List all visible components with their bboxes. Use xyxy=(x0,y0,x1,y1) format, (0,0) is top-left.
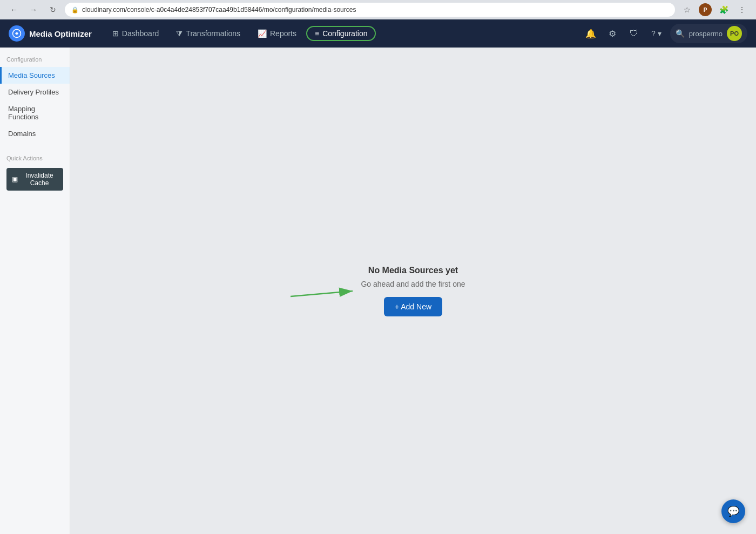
nav-item-configuration[interactable]: ≡ Configuration xyxy=(306,26,376,41)
user-avatar[interactable]: PO xyxy=(727,26,742,41)
empty-state-subtitle: Go ahead and add the first one xyxy=(361,280,465,288)
content-area: No Media Sources yet Go ahead and add th… xyxy=(70,48,756,534)
lock-icon: 🔒 xyxy=(71,6,79,13)
help-chevron: ▾ xyxy=(658,29,662,38)
sidebar: Configuration Media Sources Delivery Pro… xyxy=(0,48,70,534)
nav-right: 🔔 ⚙ 🛡 ? ▾ 🔍 prospermo PO xyxy=(582,24,747,43)
brand: Media Optimizer xyxy=(9,25,92,42)
sidebar-section-label: Configuration xyxy=(0,56,70,67)
main-layout: Configuration Media Sources Delivery Pro… xyxy=(0,48,756,534)
top-nav: Media Optimizer ⊞ Dashboard ⧩ Transforma… xyxy=(0,19,756,48)
configuration-icon: ≡ xyxy=(315,29,319,38)
brand-icon xyxy=(12,29,22,38)
url-text: cloudinary.com/console/c-a0c4a4de24853f7… xyxy=(82,6,356,13)
reports-icon: 📈 xyxy=(258,29,267,38)
sidebar-item-media-sources[interactable]: Media Sources xyxy=(0,67,70,84)
svg-line-2 xyxy=(291,291,353,296)
help-icon: ? xyxy=(651,29,656,38)
menu-button[interactable]: ⋮ xyxy=(734,2,750,17)
arrow-svg xyxy=(291,280,361,302)
invalidate-cache-button[interactable]: ▣ Invalidate Cache xyxy=(6,168,63,191)
add-new-button[interactable]: + Add New xyxy=(384,297,442,316)
back-button[interactable]: ← xyxy=(6,2,22,17)
browser-avatar: P xyxy=(699,3,712,16)
empty-state-title: No Media Sources yet xyxy=(368,266,458,275)
forward-button[interactable]: → xyxy=(26,2,41,17)
support-button[interactable]: 💬 xyxy=(721,499,745,523)
app: Media Optimizer ⊞ Dashboard ⧩ Transforma… xyxy=(0,19,756,534)
empty-state: No Media Sources yet Go ahead and add th… xyxy=(361,266,465,316)
cache-icon: ▣ xyxy=(12,175,18,183)
sidebar-item-mapping-functions[interactable]: Mapping Functions xyxy=(0,100,70,125)
nav-item-dashboard[interactable]: ⊞ Dashboard xyxy=(105,26,167,41)
brand-logo xyxy=(9,25,25,42)
sidebar-item-domains[interactable]: Domains xyxy=(0,125,70,142)
user-search-icon: 🔍 xyxy=(676,29,685,38)
sidebar-divider xyxy=(0,142,70,151)
brand-name: Media Optimizer xyxy=(29,29,92,38)
nav-item-transformations[interactable]: ⧩ Transformations xyxy=(168,26,248,42)
transformations-icon: ⧩ xyxy=(176,29,183,38)
settings-button[interactable]: ⚙ xyxy=(604,25,621,42)
user-section: 🔍 prospermo PO xyxy=(670,24,747,43)
help-button[interactable]: ? ▾ xyxy=(647,27,666,40)
profile-button[interactable]: P xyxy=(698,2,713,17)
extensions-button[interactable]: 🧩 xyxy=(716,2,731,17)
bookmark-button[interactable]: ☆ xyxy=(679,2,694,17)
sidebar-item-delivery-profiles[interactable]: Delivery Profiles xyxy=(0,84,70,100)
username-label: prospermo xyxy=(689,30,723,38)
dashboard-icon: ⊞ xyxy=(112,29,119,38)
shield-button[interactable]: 🛡 xyxy=(625,25,643,42)
nav-items: ⊞ Dashboard ⧩ Transformations 📈 Reports … xyxy=(105,26,582,42)
browser-chrome: ← → ↻ 🔒 cloudinary.com/console/c-a0c4a4d… xyxy=(0,0,756,19)
support-icon: 💬 xyxy=(727,505,739,517)
quick-actions-label: Quick Actions xyxy=(0,151,70,166)
nav-item-reports[interactable]: 📈 Reports xyxy=(250,26,304,41)
browser-actions: ☆ P 🧩 ⋮ xyxy=(679,2,750,17)
address-bar[interactable]: 🔒 cloudinary.com/console/c-a0c4a4de24853… xyxy=(65,3,675,17)
arrow-container xyxy=(291,280,361,302)
notification-button[interactable]: 🔔 xyxy=(582,25,599,42)
reload-button[interactable]: ↻ xyxy=(45,2,60,17)
